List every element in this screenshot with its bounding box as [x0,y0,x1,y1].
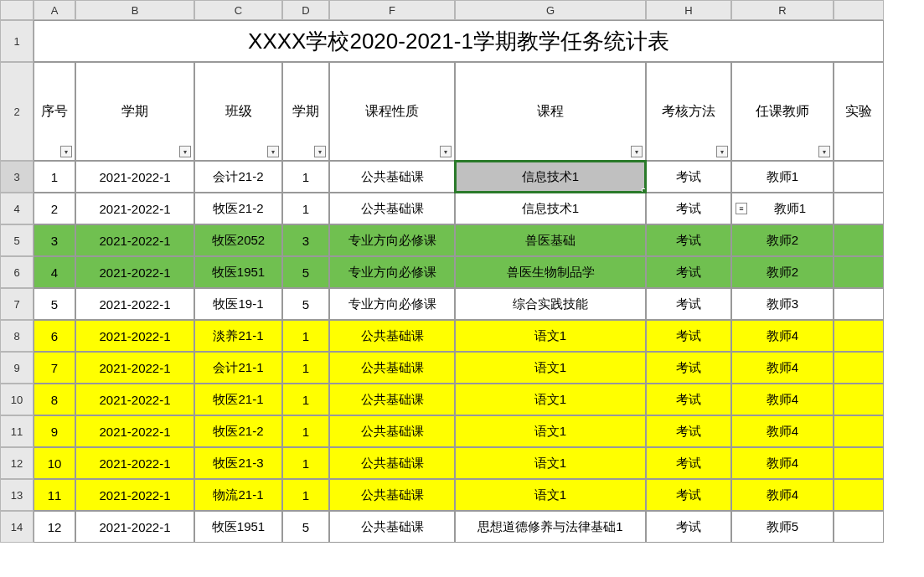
table-cell[interactable]: 信息技术1 [455,161,646,193]
table-cell[interactable]: 2021-2022-1 [75,224,194,256]
table-cell[interactable]: 5 [282,511,329,543]
row-header[interactable]: 2 [0,62,34,161]
table-cell[interactable]: 教师3 [731,288,834,320]
table-header-cell[interactable]: 任课教师▾ [731,62,834,161]
table-cell[interactable]: 牧医21-1 [194,384,282,415]
column-header[interactable]: D [282,0,329,20]
filter-dropdown-icon[interactable]: ▾ [440,146,452,157]
table-cell[interactable]: 教师2 [731,256,834,288]
table-cell[interactable] [834,479,884,511]
table-cell[interactable]: 物流21-1 [194,479,282,511]
table-cell[interactable]: 5 [282,256,329,288]
column-header[interactable]: R [731,0,834,20]
table-cell[interactable]: 考试 [646,161,731,193]
table-cell[interactable] [834,447,884,479]
table-cell[interactable]: 2021-2022-1 [75,447,194,479]
row-header[interactable]: 14 [0,511,34,543]
table-cell[interactable] [834,224,884,256]
table-cell[interactable]: 公共基础课 [329,193,455,224]
table-cell[interactable]: 考试 [646,224,731,256]
table-cell[interactable]: 专业方向必修课 [329,224,455,256]
table-cell[interactable]: 语文1 [455,320,646,352]
select-all-corner[interactable] [0,0,34,20]
table-cell[interactable]: 考试 [646,415,731,447]
table-cell[interactable]: 6 [34,320,75,352]
table-cell[interactable] [834,415,884,447]
table-header-cell[interactable]: 实验 [834,62,884,161]
row-header[interactable]: 7 [0,288,34,320]
table-cell[interactable]: 公共基础课 [329,320,455,352]
row-header[interactable]: 6 [0,256,34,288]
table-cell[interactable]: 语文1 [455,415,646,447]
filter-dropdown-icon[interactable]: ▾ [60,146,72,157]
table-cell[interactable]: 公共基础课 [329,415,455,447]
fill-handle[interactable] [642,188,646,193]
table-cell[interactable]: 考试 [646,447,731,479]
table-cell[interactable]: 2021-2022-1 [75,288,194,320]
table-cell[interactable]: 1 [282,415,329,447]
table-cell[interactable]: 4 [34,256,75,288]
table-cell[interactable]: 2021-2022-1 [75,256,194,288]
filter-dropdown-icon[interactable]: ▾ [818,146,830,157]
column-header[interactable]: F [329,0,455,20]
table-cell[interactable]: 11 [34,479,75,511]
table-cell[interactable]: ≡教师1 [731,193,834,224]
column-header[interactable] [834,0,884,20]
table-cell[interactable]: 会计21-1 [194,352,282,384]
table-cell[interactable]: 会计21-2 [194,161,282,193]
table-cell[interactable]: 语文1 [455,447,646,479]
note-indicator-icon[interactable]: ≡ [736,203,747,214]
table-cell[interactable] [834,193,884,224]
row-header[interactable]: 10 [0,384,34,415]
table-cell[interactable]: 10 [34,447,75,479]
table-header-cell[interactable]: 序号▾ [34,62,75,161]
table-cell[interactable]: 1 [282,161,329,193]
column-header[interactable]: B [75,0,194,20]
table-header-cell[interactable]: 班级▾ [194,62,282,161]
table-cell[interactable]: 牧医21-2 [194,193,282,224]
table-cell[interactable]: 1 [282,384,329,415]
table-cell[interactable]: 1 [34,161,75,193]
table-cell[interactable]: 语文1 [455,352,646,384]
table-cell[interactable]: 1 [282,479,329,511]
table-header-cell[interactable]: 考核方法▾ [646,62,731,161]
table-cell[interactable]: 教师4 [731,447,834,479]
table-cell[interactable]: 综合实践技能 [455,288,646,320]
table-cell[interactable]: 2021-2022-1 [75,384,194,415]
table-cell[interactable] [834,288,884,320]
table-cell[interactable]: 9 [34,415,75,447]
filter-dropdown-icon[interactable]: ▾ [179,146,191,157]
table-cell[interactable]: 考试 [646,511,731,543]
table-cell[interactable]: 2021-2022-1 [75,161,194,193]
table-cell[interactable]: 牧医21-2 [194,415,282,447]
table-cell[interactable]: 公共基础课 [329,161,455,193]
row-header[interactable]: 13 [0,479,34,511]
table-cell[interactable] [834,256,884,288]
row-header[interactable]: 8 [0,320,34,352]
table-cell[interactable]: 考试 [646,384,731,415]
filter-dropdown-icon[interactable]: ▾ [314,146,326,157]
table-cell[interactable]: 8 [34,384,75,415]
table-cell[interactable] [834,384,884,415]
table-header-cell[interactable]: 学期▾ [282,62,329,161]
table-cell[interactable]: 公共基础课 [329,447,455,479]
table-cell[interactable]: 1 [282,193,329,224]
table-cell[interactable]: 考试 [646,256,731,288]
table-cell[interactable] [834,320,884,352]
table-cell[interactable]: 牧医1951 [194,511,282,543]
table-cell[interactable]: 考试 [646,193,731,224]
row-header[interactable]: 4 [0,193,34,224]
column-header[interactable]: C [194,0,282,20]
table-cell[interactable] [834,161,884,193]
table-cell[interactable]: 公共基础课 [329,511,455,543]
table-cell[interactable]: 2021-2022-1 [75,415,194,447]
table-cell[interactable]: 1 [282,447,329,479]
table-cell[interactable]: 5 [282,288,329,320]
table-cell[interactable]: 考试 [646,352,731,384]
table-cell[interactable]: 教师5 [731,511,834,543]
table-cell[interactable]: 2021-2022-1 [75,193,194,224]
table-cell[interactable]: 3 [34,224,75,256]
table-header-cell[interactable]: 学期▾ [75,62,194,161]
table-cell[interactable]: 牧医2052 [194,224,282,256]
row-header[interactable]: 3 [0,161,34,193]
